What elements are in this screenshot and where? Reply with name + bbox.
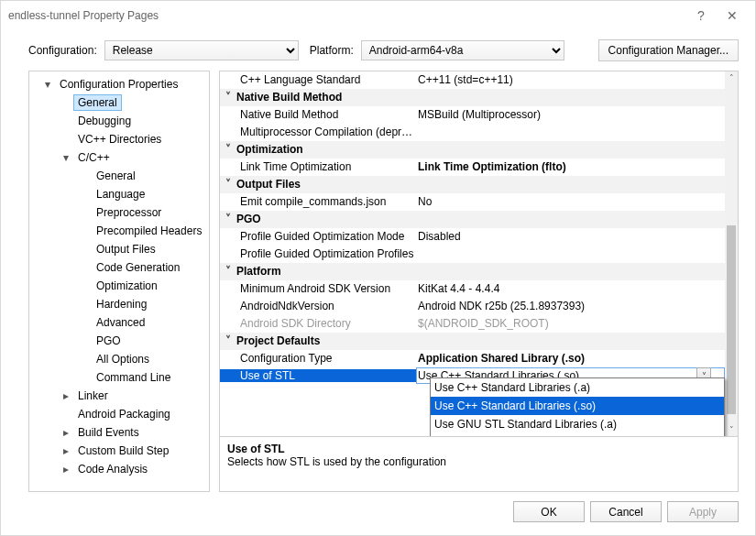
tree-node-label: VC++ Directories (73, 131, 166, 148)
twisty-icon[interactable]: ▸ (60, 463, 71, 476)
category-label: Project Defaults (236, 334, 433, 347)
property-value[interactable]: Disabled (416, 230, 725, 243)
tree-node-label: All Options (92, 351, 154, 367)
tree-node[interactable]: PGO (29, 332, 209, 350)
ok-button[interactable]: OK (513, 501, 585, 522)
tree-node[interactable]: VC++ Directories (29, 130, 209, 148)
main-area: ▾Configuration PropertiesGeneralDebuggin… (1, 71, 755, 492)
grid-row[interactable]: C++ Language StandardC++11 (std=c++11) (220, 71, 725, 89)
property-name: Emit compile_commands.json (220, 195, 416, 208)
grid-category[interactable]: ˅Project Defaults (220, 333, 725, 350)
tree-node[interactable]: Android Packaging (29, 405, 209, 423)
property-value[interactable]: Android NDK r25b (25.1.8937393) (416, 300, 725, 312)
property-value[interactable]: No (416, 195, 725, 208)
description-title: Use of STL (227, 443, 730, 455)
tree-node[interactable]: ▸Code Analysis (29, 460, 209, 478)
property-value[interactable]: C++11 (std=c++11) (416, 73, 725, 86)
grid-row[interactable]: Native Build MethodMSBuild (Multiprocess… (220, 106, 725, 124)
dropdown-option[interactable]: Use GNU STL Standard Libraries (.so) (431, 433, 724, 436)
tree-node[interactable]: Output Files (29, 240, 209, 258)
tree-node[interactable]: General (29, 167, 209, 185)
tree-node-label: Configuration Properties (55, 76, 182, 93)
twisty-icon[interactable]: ▸ (60, 444, 71, 457)
tree-node-label: Optimization (92, 278, 162, 294)
dropdown-option[interactable]: Use C++ Standard Libraries (.so) (431, 397, 724, 415)
tree-node-label: Hardening (92, 296, 151, 312)
tree-node[interactable]: ▸Linker (29, 387, 209, 405)
right-pane: C++ Language StandardC++11 (std=c++11)˅N… (219, 71, 739, 492)
grid-category[interactable]: ˅Output Files (220, 176, 725, 193)
twisty-icon[interactable]: ▸ (60, 426, 71, 439)
configuration-select[interactable]: Release (104, 40, 299, 60)
tree-node[interactable]: Optimization (29, 277, 209, 295)
dropdown-option[interactable]: Use GNU STL Standard Libraries (.a) (431, 415, 724, 433)
property-value[interactable]: $(ANDROID_SDK_ROOT) (416, 317, 725, 330)
tree-node[interactable]: Code Generation (29, 258, 209, 277)
close-button[interactable]: ✕ (717, 4, 748, 27)
grid-row[interactable]: Configuration TypeApplication Shared Lib… (220, 350, 725, 367)
configuration-manager-button[interactable]: Configuration Manager... (598, 39, 739, 61)
grid-vertical-scrollbar[interactable]: ˄ ˅ (725, 71, 738, 436)
grid-category[interactable]: ˅Platform (220, 263, 725, 280)
tree-node[interactable]: Preprocessor (29, 203, 209, 222)
category-label: Output Files (236, 178, 433, 191)
property-value[interactable]: MSBuild (Multiprocessor) (416, 108, 725, 121)
tree-node[interactable]: Command Line (29, 368, 209, 387)
category-tree[interactable]: ▾Configuration PropertiesGeneralDebuggin… (28, 71, 210, 492)
tree-node[interactable]: Debugging (29, 112, 209, 130)
dialog-buttons: OK Cancel Apply (1, 492, 755, 535)
property-value[interactable]: Application Shared Library (.so) (416, 352, 725, 365)
stl-dropdown-list[interactable]: Use C++ Standard Libraries (.a)Use C++ S… (430, 377, 725, 436)
grid-row[interactable]: Minimum Android SDK VersionKitKat 4.4 - … (220, 280, 725, 298)
platform-select[interactable]: Android-arm64-v8a (361, 40, 564, 60)
tree-node-label: Preprocessor (92, 204, 166, 221)
grid-category[interactable]: ˅Native Build Method (220, 89, 725, 106)
tree-node[interactable]: ▾C/C++ (29, 148, 209, 167)
tree-node-label: Android Packaging (73, 406, 175, 422)
tree-node[interactable]: Language (29, 185, 209, 203)
twisty-icon[interactable]: ▾ (42, 78, 53, 91)
category-collapse-icon[interactable]: ˅ (220, 91, 236, 104)
tree-node[interactable]: ▸Build Events (29, 423, 209, 442)
tree-node-label: Linker (73, 388, 113, 404)
scroll-thumb[interactable] (727, 225, 736, 414)
tree-node[interactable]: All Options (29, 350, 209, 368)
grid-row[interactable]: Profile Guided Optimization ModeDisabled (220, 228, 725, 246)
tree-node-label: Debugging (73, 113, 136, 129)
tree-node-label: Code Analysis (73, 461, 152, 477)
grid-row[interactable]: Android SDK Directory$(ANDROID_SDK_ROOT) (220, 315, 725, 333)
category-collapse-icon[interactable]: ˅ (220, 265, 236, 278)
category-collapse-icon[interactable]: ˅ (220, 143, 236, 156)
platform-label: Platform: (310, 44, 354, 57)
twisty-icon[interactable]: ▾ (60, 151, 71, 164)
grid-row[interactable]: AndroidNdkVersionAndroid NDK r25b (25.1.… (220, 298, 725, 315)
grid-row[interactable]: Link Time OptimizationLink Time Optimiza… (220, 159, 725, 176)
tree-node-label: C/C++ (73, 149, 115, 166)
apply-button[interactable]: Apply (667, 501, 739, 522)
tree-node[interactable]: Hardening (29, 295, 209, 313)
twisty-icon[interactable]: ▸ (60, 389, 71, 402)
scroll-up-icon[interactable]: ˄ (725, 71, 738, 84)
dropdown-option[interactable]: Use C++ Standard Libraries (.a) (431, 378, 724, 397)
tree-node-label: Command Line (92, 369, 175, 386)
grid-category[interactable]: ˅Optimization (220, 141, 725, 159)
tree-node[interactable]: ▸Custom Build Step (29, 442, 209, 460)
category-collapse-icon[interactable]: ˅ (220, 178, 236, 191)
property-grid[interactable]: C++ Language StandardC++11 (std=c++11)˅N… (220, 71, 738, 436)
cancel-button[interactable]: Cancel (590, 501, 662, 522)
category-collapse-icon[interactable]: ˅ (220, 213, 236, 225)
grid-row[interactable]: Emit compile_commands.jsonNo (220, 193, 725, 211)
tree-node[interactable]: Precompiled Headers (29, 222, 209, 240)
description-body: Selects how STL is used by the configura… (227, 455, 730, 468)
help-button[interactable]: ? (685, 4, 717, 27)
grid-category[interactable]: ˅PGO (220, 211, 725, 228)
category-collapse-icon[interactable]: ˅ (220, 334, 236, 347)
grid-row[interactable]: Profile Guided Optimization Profiles (220, 246, 725, 263)
property-value[interactable]: Link Time Optimization (flto) (416, 160, 725, 173)
property-value[interactable]: KitKat 4.4 - 4.4.4 (416, 282, 725, 295)
tree-node[interactable]: ▾Configuration Properties (29, 75, 209, 93)
scroll-down-icon[interactable]: ˅ (725, 423, 738, 436)
tree-node[interactable]: General (29, 93, 209, 112)
grid-row[interactable]: Multiprocessor Compilation (deprecate (220, 124, 725, 141)
tree-node[interactable]: Advanced (29, 313, 209, 332)
